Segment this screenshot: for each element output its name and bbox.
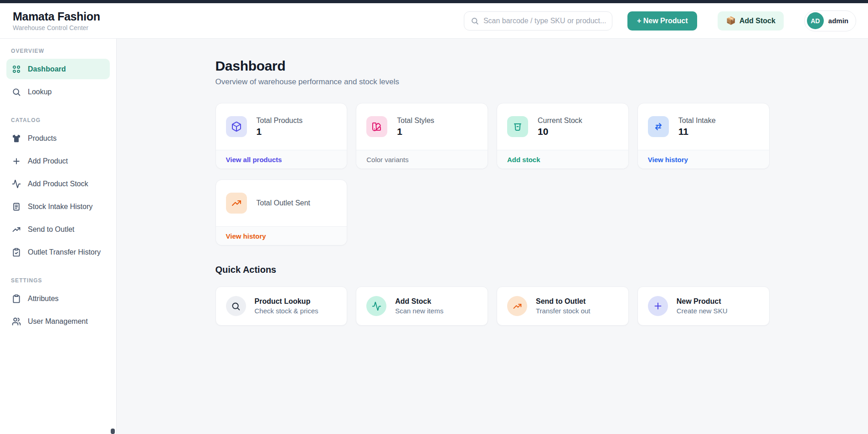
- clipboard-check-icon: [12, 248, 21, 257]
- transfer-arrows-icon: [653, 121, 664, 132]
- view-all-products-link[interactable]: View all products: [226, 156, 282, 163]
- page-title: Dashboard: [216, 58, 770, 74]
- qa-icon-circle: [507, 296, 527, 316]
- archive-bin-icon: [512, 121, 523, 132]
- clipboard-icon: [12, 294, 21, 303]
- page-subtitle: Overview of warehouse performance and st…: [216, 77, 770, 87]
- brand: Mamata Fashion Warehouse Control Center: [13, 10, 100, 31]
- sidebar-item-send-to-outlet[interactable]: Send to Outlet: [6, 219, 110, 240]
- stat-label: Total Intake: [678, 117, 716, 125]
- add-stock-link[interactable]: Add stock: [507, 156, 540, 163]
- sidebar-item-outlet-transfer-history[interactable]: Outlet Transfer History: [6, 242, 110, 262]
- stat-card-footer: View history: [638, 150, 769, 168]
- quick-action-product-lookup[interactable]: Product Lookup Check stock & prices: [216, 286, 348, 326]
- sidebar-item-label: Products: [28, 134, 56, 143]
- sidebar-item-lookup[interactable]: Lookup: [6, 82, 110, 102]
- qa-subtitle: Check stock & prices: [255, 307, 318, 315]
- qa-icon-circle: [226, 296, 246, 316]
- sidebar-spacer: [6, 104, 110, 117]
- sidebar-item-label: Add Product: [28, 157, 68, 165]
- stat-card-footer: Add stock: [497, 150, 628, 168]
- trending-up-icon: [513, 301, 522, 311]
- sidebar-item-label: Add Product Stock: [28, 180, 88, 188]
- app-header: Mamata Fashion Warehouse Control Center …: [0, 3, 868, 39]
- user-menu[interactable]: AD admin: [804, 10, 856, 31]
- main-content: Dashboard Overview of warehouse performa…: [117, 39, 868, 434]
- stat-label: Total Styles: [397, 117, 434, 125]
- stat-cards-grid: Total Products 1 View all products: [216, 103, 770, 245]
- sidebar-section-catalog: CATALOG: [11, 117, 105, 123]
- sidebar-item-attributes[interactable]: Attributes: [6, 288, 110, 309]
- qa-subtitle: Create new SKU: [677, 307, 728, 315]
- user-name: admin: [828, 17, 848, 25]
- global-search[interactable]: [464, 11, 612, 31]
- stat-icon-tile: [366, 116, 387, 137]
- add-stock-label: Add Stock: [740, 17, 776, 25]
- sidebar-item-label: Outlet Transfer History: [28, 248, 101, 256]
- brand-title: Mamata Fashion: [13, 10, 100, 23]
- stat-card-footer: View history: [216, 226, 347, 245]
- qa-icon-circle: [366, 296, 386, 316]
- stat-icon-tile: [226, 116, 247, 137]
- stat-icon-tile: [507, 116, 528, 137]
- plus-icon: [653, 301, 663, 311]
- activity-icon: [12, 179, 21, 189]
- add-stock-button[interactable]: 📦 Add Stock: [718, 11, 783, 31]
- search-icon: [12, 87, 21, 97]
- stat-card-footer: Color variants: [356, 150, 488, 168]
- sidebar-spacer: [6, 265, 110, 277]
- search-icon: [471, 17, 479, 25]
- trending-up-icon: [12, 225, 21, 234]
- stat-icon-tile: [226, 193, 247, 214]
- stat-card-total-outlet-sent: Total Outlet Sent View history: [216, 179, 348, 245]
- view-history-link[interactable]: View history: [648, 156, 688, 163]
- sidebar-item-label: Stock Intake History: [28, 203, 92, 211]
- sidebar-item-dashboard[interactable]: Dashboard: [6, 59, 110, 79]
- header-actions: + New Product 📦 Add Stock AD admin: [464, 10, 856, 31]
- package-emoji-icon: 📦: [726, 16, 735, 26]
- sidebar-item-add-product[interactable]: Add Product: [6, 151, 110, 171]
- users-icon: [12, 317, 21, 326]
- brand-subtitle: Warehouse Control Center: [13, 24, 100, 31]
- swatch-icon: [371, 121, 382, 132]
- shirt-icon: [12, 134, 21, 143]
- activity-icon: [372, 301, 381, 311]
- stat-value: 10: [538, 126, 582, 137]
- stat-card-footer: View all products: [216, 150, 347, 168]
- stat-icon-tile: [648, 116, 669, 137]
- sidebar-item-stock-intake-history[interactable]: Stock Intake History: [6, 196, 110, 217]
- sidebar-item-products[interactable]: Products: [6, 128, 110, 148]
- sidebar: OVERVIEW Dashboard Lookup CATALOG Produc…: [0, 39, 117, 434]
- grid-icon: [12, 65, 21, 74]
- qa-title: Product Lookup: [255, 297, 318, 306]
- qa-subtitle: Transfer stock out: [536, 307, 591, 315]
- stat-card-total-products: Total Products 1 View all products: [216, 103, 348, 169]
- quick-actions-grid: Product Lookup Check stock & prices Add …: [216, 286, 770, 326]
- stat-card-total-intake: Total Intake 11 View history: [637, 103, 770, 169]
- stat-value: 11: [678, 126, 716, 137]
- trending-up-icon: [231, 198, 242, 209]
- package-icon: [231, 121, 242, 132]
- search-input[interactable]: [483, 17, 606, 25]
- stat-card-total-styles: Total Styles 1 Color variants: [356, 103, 488, 169]
- quick-actions-title: Quick Actions: [216, 265, 770, 275]
- qa-icon-circle: [648, 296, 668, 316]
- view-history-link[interactable]: View history: [226, 232, 266, 240]
- sidebar-item-add-product-stock[interactable]: Add Product Stock: [6, 174, 110, 194]
- search-icon: [231, 301, 241, 311]
- color-variants-text: Color variants: [366, 156, 409, 163]
- avatar: AD: [807, 12, 824, 29]
- document-lines-icon: [12, 202, 21, 211]
- quick-action-send-to-outlet[interactable]: Send to Outlet Transfer stock out: [497, 286, 629, 326]
- sidebar-scrollbar-thumb[interactable]: [111, 429, 115, 434]
- stat-value: 1: [257, 126, 303, 137]
- new-product-button[interactable]: + New Product: [627, 11, 698, 31]
- sidebar-item-label: Lookup: [28, 88, 52, 96]
- sidebar-item-user-management[interactable]: User Management: [6, 311, 110, 332]
- quick-action-new-product[interactable]: New Product Create new SKU: [637, 286, 770, 326]
- sidebar-item-label: Attributes: [28, 295, 59, 303]
- quick-action-add-stock[interactable]: Add Stock Scan new items: [356, 286, 488, 326]
- stat-label: Total Outlet Sent: [257, 199, 310, 207]
- stat-label: Current Stock: [538, 117, 582, 125]
- qa-title: Add Stock: [395, 297, 443, 306]
